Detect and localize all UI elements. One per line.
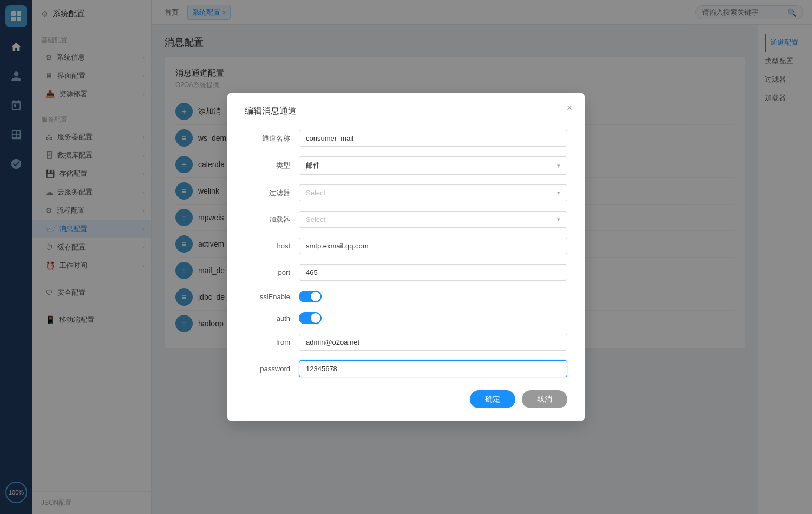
host-input[interactable]	[299, 238, 567, 254]
form-label-host: host	[245, 242, 299, 250]
form-control-ssl	[299, 291, 567, 302]
form-label-filter: 过滤器	[245, 188, 299, 198]
modal-title: 编辑消息通道	[245, 106, 567, 117]
form-control-password	[299, 360, 567, 377]
modal-close-button[interactable]: ×	[563, 101, 576, 114]
from-input[interactable]	[299, 334, 567, 351]
filter-select-arrow: ▾	[557, 189, 560, 196]
form-label-ssl: sslEnable	[245, 293, 299, 301]
loader-select-arrow: ▾	[557, 216, 560, 223]
form-control-port	[299, 264, 567, 281]
form-label-loader: 加载器	[245, 215, 299, 225]
type-select-value: 邮件	[306, 161, 320, 170]
cancel-button[interactable]: 取消	[522, 390, 567, 408]
auth-toggle[interactable]	[299, 312, 322, 324]
form-row-filter: 过滤器 Select ▾	[245, 184, 567, 201]
form-control-channel-name	[299, 130, 567, 147]
ssl-toggle[interactable]	[299, 291, 322, 302]
form-control-host	[299, 238, 567, 254]
form-row-ssl: sslEnable	[245, 291, 567, 302]
loader-select[interactable]: Select ▾	[299, 211, 567, 228]
modal-overlay: 编辑消息通道 × 通道名称 类型 邮件 ▾ 过滤器 Select	[0, 0, 812, 514]
form-label-channel-name: 通道名称	[245, 134, 299, 143]
form-row-password: password	[245, 360, 567, 377]
loader-select-placeholder: Select	[306, 215, 325, 223]
form-row-host: host	[245, 238, 567, 254]
form-label-password: password	[245, 365, 299, 373]
form-row-type: 类型 邮件 ▾	[245, 156, 567, 175]
modal-btn-group: 确定 取消	[245, 390, 567, 408]
form-row-channel-name: 通道名称	[245, 130, 567, 147]
channel-name-input[interactable]	[299, 130, 567, 147]
confirm-button[interactable]: 确定	[470, 390, 515, 408]
form-row-loader: 加载器 Select ▾	[245, 211, 567, 228]
type-select-arrow: ▾	[557, 162, 560, 169]
form-row-port: port	[245, 264, 567, 281]
form-control-type: 邮件 ▾	[299, 156, 567, 175]
form-control-loader: Select ▾	[299, 211, 567, 228]
form-control-filter: Select ▾	[299, 184, 567, 201]
filter-select[interactable]: Select ▾	[299, 184, 567, 201]
type-select[interactable]: 邮件 ▾	[299, 156, 567, 175]
filter-select-placeholder: Select	[306, 189, 325, 197]
form-label-port: port	[245, 268, 299, 276]
port-input[interactable]	[299, 264, 567, 281]
form-label-auth: auth	[245, 314, 299, 322]
form-label-from: from	[245, 338, 299, 346]
edit-channel-modal: 编辑消息通道 × 通道名称 类型 邮件 ▾ 过滤器 Select	[227, 93, 585, 421]
form-row-auth: auth	[245, 312, 567, 324]
password-input[interactable]	[299, 360, 567, 377]
form-control-from	[299, 334, 567, 351]
form-label-type: 类型	[245, 161, 299, 170]
form-control-auth	[299, 312, 567, 324]
form-row-from: from	[245, 334, 567, 351]
